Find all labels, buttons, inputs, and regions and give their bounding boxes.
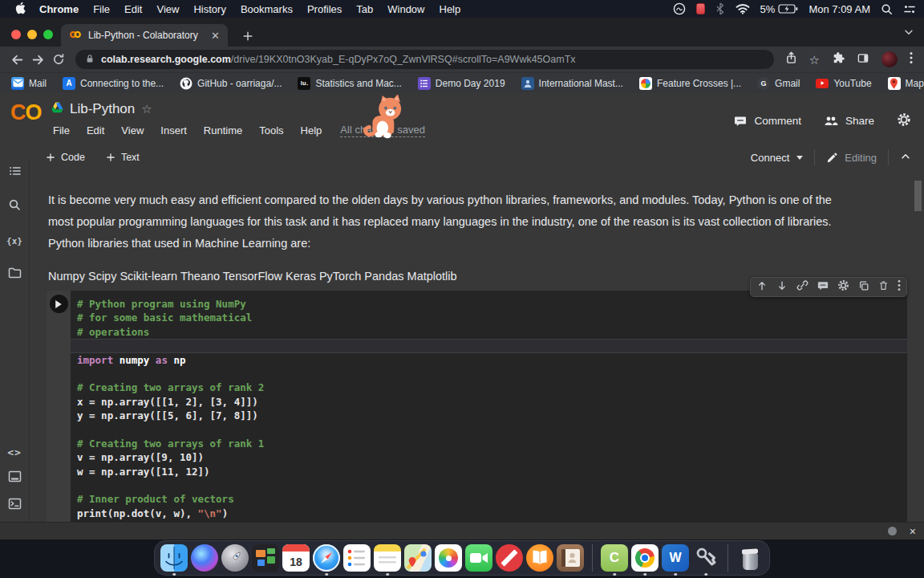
address-bar[interactable]: colab.research.google.com/drive/19KX0tnO… bbox=[75, 50, 774, 69]
bookmark-statistics-and-mac[interactable]: lu.Statistics and Mac... bbox=[298, 77, 401, 90]
code-line[interactable]: y = np.array([[5, 6], [7, 8]]) bbox=[71, 409, 907, 422]
sidebar-search-button[interactable] bbox=[0, 194, 29, 218]
settings-gear-icon[interactable] bbox=[897, 112, 911, 129]
colab-menu-view[interactable]: View bbox=[121, 124, 144, 136]
spotlight-search-icon[interactable] bbox=[881, 3, 893, 15]
colab-menu-runtime[interactable]: Runtime bbox=[204, 124, 242, 136]
colab-menu-edit[interactable]: Edit bbox=[87, 124, 104, 136]
dock-app-safari[interactable] bbox=[313, 544, 340, 572]
dock-app-siri[interactable] bbox=[191, 544, 218, 572]
red-app-status-icon[interactable] bbox=[696, 3, 705, 14]
code-line[interactable]: x = np.array([[1, 2], [3, 4]]) bbox=[71, 395, 907, 409]
add-code-button[interactable]: Code bbox=[46, 152, 85, 163]
tab-close-icon[interactable]: ✕ bbox=[211, 30, 220, 42]
macos-menu-bookmarks[interactable]: Bookmarks bbox=[233, 3, 300, 15]
run-cell-button[interactable] bbox=[50, 295, 68, 313]
copy-cell-button[interactable] bbox=[858, 280, 869, 295]
vertical-scrollbar-thumb[interactable] bbox=[914, 181, 922, 211]
reload-button[interactable] bbox=[48, 49, 69, 70]
code-line[interactable]: # operations bbox=[71, 325, 907, 339]
code-line[interactable] bbox=[71, 339, 907, 352]
bookmark-maps[interactable]: Maps bbox=[888, 77, 924, 90]
dock-app-reminders[interactable] bbox=[343, 544, 371, 572]
dock-app-camtasia[interactable]: C bbox=[601, 544, 628, 572]
more-actions-button[interactable] bbox=[898, 279, 901, 295]
code-line[interactable]: print(np.dot(v, w), "\n") bbox=[71, 507, 907, 520]
zoom-window-button[interactable] bbox=[43, 30, 53, 39]
browser-menu-icon[interactable] bbox=[910, 51, 913, 67]
share-button[interactable]: Share bbox=[824, 115, 874, 127]
dock-app-books[interactable] bbox=[526, 544, 553, 572]
sidebar-table-of-contents-button[interactable] bbox=[0, 161, 29, 185]
macos-menu-view[interactable]: View bbox=[149, 3, 186, 15]
bookmark-feature-crosses[interactable]: Feature Crosses |... bbox=[639, 77, 741, 90]
menubar-clock[interactable]: Mon 7:09 AM bbox=[808, 3, 870, 15]
code-editor[interactable]: # Python program using NumPy# for some b… bbox=[71, 291, 907, 522]
code-line[interactable] bbox=[71, 367, 907, 381]
back-button[interactable] bbox=[6, 49, 27, 70]
adobe-cc-icon[interactable] bbox=[673, 2, 686, 15]
sidebar-files-button[interactable] bbox=[0, 262, 29, 286]
bookmark-connecting-to-the[interactable]: AConnecting to the... bbox=[63, 77, 164, 90]
dock-app-notes[interactable] bbox=[374, 544, 401, 572]
macos-menu-tab[interactable]: Tab bbox=[349, 3, 380, 15]
dock-app-launchpad[interactable] bbox=[221, 544, 249, 572]
code-line[interactable] bbox=[71, 478, 907, 492]
bookmark-mail[interactable]: Mail bbox=[11, 77, 47, 90]
dock-app-trash[interactable] bbox=[736, 544, 764, 572]
dock-app-word[interactable]: W bbox=[662, 544, 689, 572]
close-window-button[interactable] bbox=[11, 30, 21, 39]
dock-app-keychain[interactable] bbox=[692, 544, 719, 572]
bookmark-gmail[interactable]: GGmail bbox=[757, 77, 800, 90]
code-line[interactable]: # Python program using NumPy bbox=[71, 297, 907, 311]
browser-tab[interactable]: Lib-Python - Colaboratory ✕ bbox=[61, 24, 228, 47]
delete-cell-button[interactable] bbox=[878, 280, 889, 295]
profile-avatar[interactable] bbox=[881, 51, 898, 67]
dock-app-no-entry[interactable] bbox=[496, 544, 523, 572]
code-line[interactable]: # Creating two arrays of rank 1 bbox=[71, 437, 907, 450]
move-cell-down-button[interactable] bbox=[776, 280, 788, 295]
bookmark-star-icon[interactable]: ☆ bbox=[809, 54, 820, 66]
dock-app-mission-control[interactable] bbox=[252, 544, 279, 572]
code-line[interactable]: # Inner product of vectors bbox=[71, 492, 907, 506]
macos-menu-window[interactable]: Window bbox=[380, 3, 432, 15]
connect-button[interactable]: Connect bbox=[751, 152, 803, 164]
colab-menu-file[interactable]: File bbox=[53, 124, 70, 136]
dock-app-calendar[interactable]: 18 bbox=[282, 544, 310, 572]
dock-app-finder[interactable] bbox=[160, 544, 188, 572]
control-center-list-icon[interactable] bbox=[903, 3, 916, 15]
side-panel-icon[interactable] bbox=[857, 52, 869, 67]
bookmark-demo-day-2019[interactable]: Demo Day 2019 bbox=[418, 77, 505, 90]
notebook-title[interactable]: Lib-Python bbox=[70, 101, 135, 117]
colab-menu-tools[interactable]: Tools bbox=[259, 124, 283, 136]
code-line[interactable]: import numpy as np bbox=[71, 353, 907, 367]
macos-menu-file[interactable]: File bbox=[86, 3, 117, 15]
sidebar-terminal-button[interactable] bbox=[0, 493, 29, 517]
code-line[interactable]: # Creating two arrays of rank 2 bbox=[71, 381, 907, 394]
minimize-window-button[interactable] bbox=[27, 30, 37, 39]
add-text-button[interactable]: Text bbox=[106, 152, 140, 163]
comment-button[interactable]: Comment bbox=[734, 115, 801, 128]
bluetooth-icon[interactable] bbox=[715, 2, 725, 15]
macos-menu-help[interactable]: Help bbox=[432, 3, 468, 15]
dock-app-facetime[interactable] bbox=[465, 544, 492, 572]
add-comment-button[interactable] bbox=[817, 280, 829, 295]
bookmark-github-oarriaga[interactable]: GitHub - oarriaga/... bbox=[180, 77, 282, 90]
editing-mode-button[interactable]: Editing bbox=[826, 152, 877, 164]
dock-app-photos[interactable] bbox=[435, 544, 462, 572]
new-tab-button[interactable] bbox=[239, 27, 257, 45]
macos-menu-history[interactable]: History bbox=[186, 3, 233, 15]
extensions-puzzle-icon[interactable] bbox=[832, 51, 845, 67]
lock-icon[interactable] bbox=[85, 53, 95, 67]
code-line[interactable] bbox=[71, 423, 907, 437]
code-cell[interactable]: # Python program using NumPy# for some b… bbox=[47, 291, 907, 522]
collapse-header-icon[interactable] bbox=[900, 151, 911, 165]
copy-link-button[interactable] bbox=[796, 279, 808, 295]
move-cell-up-button[interactable] bbox=[756, 280, 768, 295]
macos-menu-edit[interactable]: Edit bbox=[117, 3, 149, 15]
colab-menu-help[interactable]: Help bbox=[301, 124, 322, 136]
dock-app-contacts[interactable] bbox=[557, 544, 584, 572]
colab-logo[interactable]: CO bbox=[10, 100, 42, 125]
dock-app-chrome[interactable] bbox=[631, 544, 659, 572]
close-statusbar-icon[interactable]: × bbox=[910, 526, 916, 537]
